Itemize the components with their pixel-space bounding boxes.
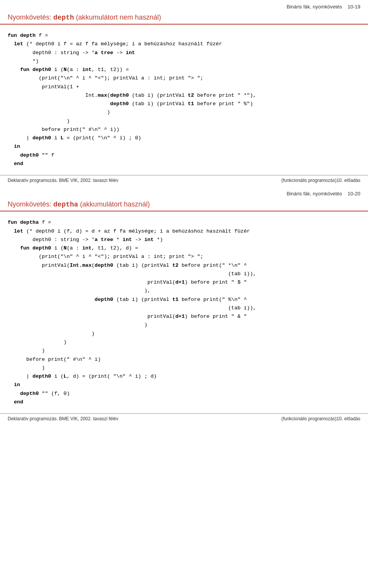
footer2-right: (funkcionális programozás)10. előadás: [281, 416, 360, 421]
page1-header: Bináris fák, nyomkövetés 10-19: [0, 0, 368, 11]
page2-page-num: 10-20: [348, 191, 360, 197]
page1-title-text: Bináris fák, nyomkövetés: [287, 4, 342, 10]
page1-header-title: Bináris fák, nyomkövetés 10-19: [287, 4, 360, 10]
page2-footer: Deklaratív programozás. BME VIK, 2002. t…: [0, 413, 368, 424]
page-1: Bináris fák, nyomkövetés 10-19 Nyomkövet…: [0, 0, 368, 185]
section1-title: Nyomkövetés: depth (akkumulátort nem has…: [8, 13, 360, 21]
page1-page-num: 10-19: [348, 4, 360, 10]
footer1-left: Deklaratív programozás. BME VIK, 2002. t…: [8, 178, 118, 183]
section1-heading: Nyomkövetés: depth (akkumulátort nem has…: [0, 11, 368, 25]
section2-title: Nyomkövetés: deptha (akkumulátort haszná…: [8, 200, 360, 208]
code-block-1: fun depth f = let (* depth0 i f = az f f…: [0, 25, 368, 175]
code-block-2: fun deptha f = let (* depth0 i (f, d) = …: [0, 211, 368, 413]
section2-heading: Nyomkövetés: deptha (akkumulátort haszná…: [0, 198, 368, 211]
footer2-left: Deklaratív programozás. BME VIK, 2002. t…: [8, 416, 118, 421]
footer1-right: (funkcionális programozás)10. előadás: [281, 178, 360, 183]
page2-title-text: Bináris fák, nyomkövetés: [287, 191, 342, 197]
page2-header: Bináris fák, nyomkövetés 10-20: [0, 185, 368, 198]
page1-footer: Deklaratív programozás. BME VIK, 2002. t…: [0, 175, 368, 185]
page2-header-title: Bináris fák, nyomkövetés 10-20: [287, 191, 360, 197]
page-2: Bináris fák, nyomkövetés 10-20 Nyomkövet…: [0, 185, 368, 424]
